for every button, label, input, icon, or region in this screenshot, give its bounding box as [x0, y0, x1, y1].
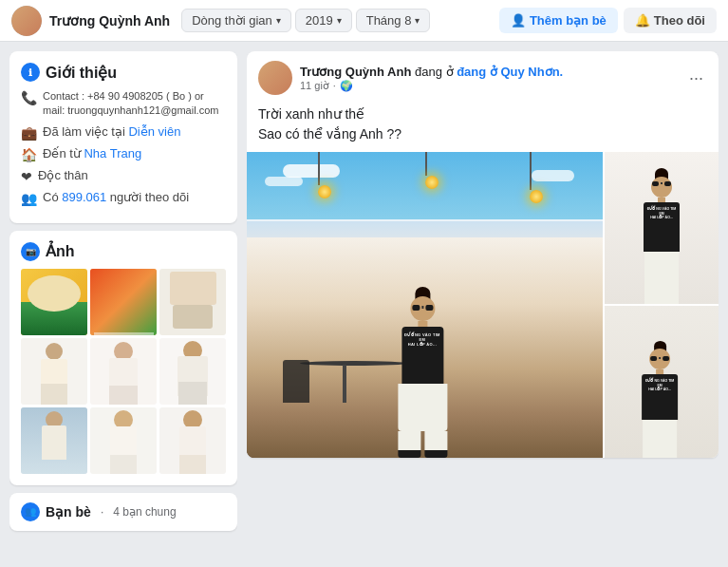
- post-user-info: Trương Quỳnh Anh đang ở đang ở Quy Nhơn.…: [300, 65, 678, 92]
- more-options-button[interactable]: ···: [685, 65, 707, 92]
- intro-card: ℹ Giới thiệu 📞 Contact : +84 90 4908205 …: [9, 51, 237, 223]
- hometown-link[interactable]: Nha Trang: [84, 146, 141, 161]
- photos-title: 📷 Ảnh: [21, 242, 226, 261]
- header-actions: 👤 Thêm bạn bè 🔔 Theo dõi: [499, 8, 717, 33]
- friends-card: 👥 Bạn bè · 4 bạn chung: [9, 493, 237, 531]
- main-layout: ℹ Giới thiệu 📞 Contact : +84 90 4908205 …: [0, 42, 728, 567]
- intro-icon: ℹ: [21, 63, 40, 82]
- chevron-down-icon: ▾: [276, 15, 281, 26]
- public-icon: 🌍: [340, 80, 353, 92]
- sidebar: ℹ Giới thiệu 📞 Contact : +84 90 4908205 …: [9, 51, 237, 558]
- post-text: Trời xanh như thế Sao có thể vắng Anh ??: [247, 104, 719, 152]
- post-avatar: [258, 61, 292, 95]
- status-item: ❤ Độc thân: [21, 168, 226, 184]
- bell-icon: 🔔: [635, 13, 650, 28]
- photo-item[interactable]: [21, 338, 87, 405]
- tab-timeline[interactable]: Dòng thời gian ▾: [181, 9, 291, 32]
- collage-bottom-right-photo[interactable]: ĐƯỜNG VÀO TIM EMHAI LỐP ÁO...: [605, 306, 719, 458]
- tab-month[interactable]: Tháng 8 ▾: [356, 9, 431, 32]
- photo-item[interactable]: [21, 269, 87, 335]
- hometown-item: 🏠 Đến từ Nha Trang: [21, 146, 226, 162]
- follow-button[interactable]: 🔔 Theo dõi: [624, 8, 717, 33]
- photo-item[interactable]: [159, 407, 226, 474]
- users-icon: 👥: [21, 191, 37, 206]
- photos-card: 📷 Ảnh: [9, 231, 237, 485]
- add-friend-icon: 👤: [511, 13, 526, 28]
- briefcase-icon: 💼: [21, 125, 37, 141]
- collage-main-photo[interactable]: ĐƯỜNG VÀO TIM EMHAI LỐP ÁO...: [247, 152, 603, 458]
- post-meta: 11 giờ · 🌍: [300, 80, 678, 92]
- work-item: 💼 Đã làm việc tại Diễn viên: [21, 124, 226, 141]
- post-photo-collage: ĐƯỜNG VÀO TIM EMHAI LỐP ÁO...: [247, 152, 719, 458]
- header-avatar: [11, 6, 42, 36]
- photo-item[interactable]: [90, 338, 157, 405]
- phone-icon: 📞: [21, 90, 37, 105]
- photo-grid: [21, 269, 226, 474]
- post-card: Trương Quỳnh Anh đang ở đang ở Quy Nhơn.…: [247, 51, 719, 458]
- post-header: Trương Quỳnh Anh đang ở đang ở Quy Nhơn.…: [247, 51, 719, 104]
- dot-separator: ·: [333, 80, 336, 91]
- photo-item[interactable]: [159, 269, 226, 335]
- tab-year[interactable]: 2019 ▾: [295, 9, 352, 32]
- header-profile-name: Trương Quỳnh Anh: [49, 13, 170, 28]
- content-area: Trương Quỳnh Anh đang ở đang ở Quy Nhơn.…: [247, 51, 719, 558]
- friends-mutual-count: ·: [101, 505, 103, 519]
- followers-item: 👥 Có 899.061 người theo dõi: [21, 190, 226, 206]
- contact-item: 📞 Contact : +84 90 4908205 ( Bo ) or mai…: [21, 89, 226, 119]
- intro-title: ℹ Giới thiệu: [21, 63, 226, 82]
- chevron-down-icon: ▾: [337, 15, 342, 26]
- post-user-name: Trương Quỳnh Anh đang ở đang ở Quy Nhơn.: [300, 65, 678, 79]
- chevron-down-icon: ▾: [415, 15, 420, 26]
- heart-icon: ❤: [21, 169, 32, 184]
- home-icon: 🏠: [21, 147, 37, 162]
- post-location-text: đang ở: [415, 65, 457, 79]
- profile-header: Trương Quỳnh Anh Dòng thời gian ▾ 2019 ▾…: [0, 0, 728, 42]
- photos-icon: 📷: [21, 242, 40, 261]
- add-friend-button[interactable]: 👤 Thêm bạn bè: [499, 8, 618, 33]
- work-link[interactable]: Diễn viên: [128, 124, 180, 139]
- photo-item[interactable]: [90, 407, 157, 474]
- header-tabs: Dòng thời gian ▾ 2019 ▾ Tháng 8 ▾: [181, 9, 492, 32]
- photo-item[interactable]: [159, 338, 226, 405]
- photo-item[interactable]: [21, 407, 87, 474]
- collage-top-right-photo[interactable]: ĐƯỜNG VÀO TIM EMHAI LỐP ÁO...: [605, 152, 719, 304]
- followers-link[interactable]: 899.061: [62, 190, 106, 204]
- photo-item[interactable]: [90, 269, 157, 335]
- friends-icon: 👥: [21, 502, 40, 521]
